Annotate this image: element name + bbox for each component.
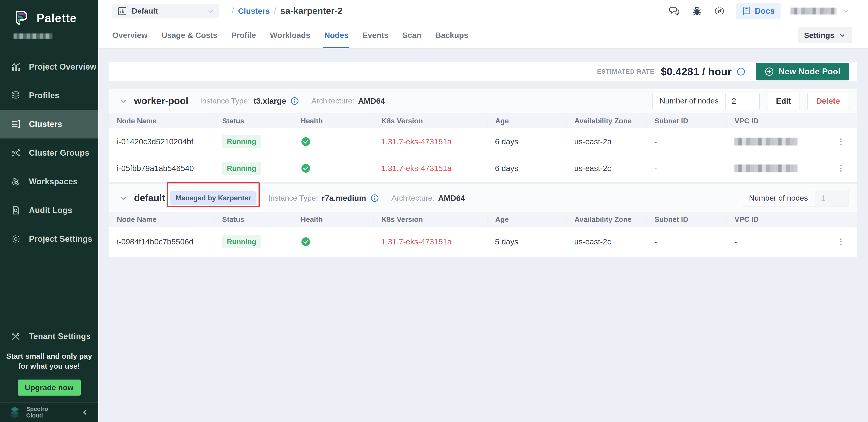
sidebar-item-profiles[interactable]: Profiles [0, 81, 98, 110]
sidebar-item-workspaces[interactable]: Workspaces [0, 167, 98, 196]
node-pool-default: default Managed by Karpenter Instance Ty… [109, 184, 857, 257]
promo-line-1: Start small and only pay [0, 351, 98, 361]
user-menu-chevron-icon[interactable] [842, 7, 850, 15]
health-ok-icon [301, 163, 311, 173]
user-name-redacted[interactable] [790, 8, 837, 14]
instance-info-icon[interactable] [290, 96, 299, 105]
instance-type-label: Instance Type: [268, 194, 318, 202]
architecture-value: AMD64 [358, 96, 385, 105]
age-cell: 6 days [487, 164, 566, 173]
tab-nodes[interactable]: Nodes [324, 22, 348, 48]
instance-type-value: t3.xlarge [253, 96, 286, 105]
workspaces-icon [11, 177, 21, 187]
number-of-nodes-input[interactable]: 2 [725, 93, 759, 109]
k8s-version-cell: 1.31.7-eks-473151a [374, 137, 487, 146]
tenant-name-redacted [13, 33, 53, 39]
tab-backups[interactable]: Backups [435, 22, 468, 48]
row-menu-kebab-icon[interactable] [836, 237, 845, 246]
report-bug-icon[interactable] [691, 6, 702, 17]
brand-name: Palette [37, 11, 77, 25]
breadcrumb-clusters-link[interactable]: Clusters [238, 6, 270, 15]
sidebar-item-tenant-settings[interactable]: Tenant Settings [0, 322, 98, 351]
table-row: i-0984f14b0c7b5506d Running 1.31.7-eks-4… [109, 227, 857, 257]
settings-button[interactable]: Settings [798, 27, 852, 43]
nodes-content: ESTIMATED RATE $0.4281 / hour New Node P… [98, 49, 868, 422]
status-badge: Running [222, 135, 261, 148]
sidebar-item-label: Workspaces [29, 177, 78, 186]
sidebar-nav: Project Overview Profiles C [0, 53, 98, 253]
delete-pool-button[interactable]: Delete [807, 93, 849, 109]
brand: Palette [0, 0, 98, 27]
edit-pool-button[interactable]: Edit [767, 93, 800, 109]
health-ok-icon [301, 236, 311, 247]
status-badge: Running [222, 235, 261, 248]
collapse-chevron-icon[interactable] [119, 97, 128, 105]
new-node-pool-button[interactable]: New Node Pool [756, 63, 849, 80]
help-compass-icon[interactable] [714, 6, 725, 17]
docs-button[interactable]: Docs [736, 3, 780, 19]
tab-workloads[interactable]: Workloads [270, 22, 310, 48]
estimated-rate-label: ESTIMATED RATE [597, 68, 654, 75]
palette-logo-icon [13, 9, 31, 27]
tab-scan[interactable]: Scan [402, 22, 422, 48]
main-area: Default / Clusters / sa-karpenter-2 [98, 0, 868, 422]
sidebar-item-label: Tenant Settings [29, 332, 91, 341]
instance-type-label: Instance Type: [200, 96, 250, 105]
node-pool-worker-pool: worker-pool Instance Type: t3.xlarge Arc… [109, 89, 857, 182]
tab-usage-costs[interactable]: Usage & Costs [162, 22, 217, 48]
sidebar-item-project-overview[interactable]: Project Overview [0, 53, 98, 81]
k8s-version-cell: 1.31.7-eks-473151a [374, 237, 487, 246]
sidebar-collapse-chevron-icon[interactable] [81, 408, 89, 416]
architecture-label: Architecture: [311, 96, 354, 105]
tools-icon [11, 331, 21, 342]
pool-name: default [134, 193, 165, 203]
instance-info-icon[interactable] [370, 194, 379, 203]
status-badge: Running [222, 162, 261, 175]
sidebar-item-project-settings[interactable]: Project Settings [0, 225, 98, 253]
tab-events[interactable]: Events [363, 22, 389, 48]
project-selector-dropdown[interactable]: Default [112, 4, 219, 18]
sidebar-item-clusters[interactable]: Clusters [0, 110, 98, 138]
project-selector-value: Default [132, 6, 158, 15]
collapse-chevron-icon[interactable] [119, 194, 128, 202]
docs-label: Docs [755, 6, 775, 16]
number-of-nodes-input-disabled: 1 [815, 190, 848, 206]
feedback-chat-icon[interactable] [669, 6, 680, 17]
estimated-rate-value: $0.4281 / hour [661, 66, 732, 78]
tab-overview[interactable]: Overview [112, 22, 148, 48]
age-cell: 5 days [487, 237, 566, 246]
default-pool-header: default Managed by Karpenter Instance Ty… [109, 184, 857, 212]
table-row: i-05fbb79a1ab546540 Running 1.31.7-eks-4… [109, 155, 857, 182]
sidebar-item-cluster-groups[interactable]: Cluster Groups [0, 138, 98, 167]
sidebar-item-label: Audit Logs [29, 205, 72, 215]
sidebar-item-label: Clusters [29, 120, 62, 129]
sidebar-footer: Spectro Cloud [0, 402, 98, 422]
rate-info-icon[interactable] [736, 67, 746, 76]
architecture-value: AMD64 [438, 194, 465, 203]
worker-pool-header: worker-pool Instance Type: t3.xlarge Arc… [109, 89, 857, 113]
nodes-table-header: Node Name Status Health K8s Version Age … [109, 113, 857, 128]
k8s-version-cell: 1.31.7-eks-473151a [374, 164, 487, 173]
book-icon [742, 6, 751, 16]
spectro-cloud-logo-icon [8, 406, 21, 419]
architecture-label: Architecture: [392, 194, 435, 202]
nodes-table-header: Node Name Status Health K8s Version Age … [109, 212, 857, 227]
table-row: i-01420c3d5210204bf Running 1.31.7-eks-4… [109, 128, 857, 155]
az-cell: us-east-2a [566, 137, 647, 146]
upgrade-promo: Start small and only pay for what you us… [0, 351, 98, 396]
number-of-nodes-label: Number of nodes [742, 190, 815, 206]
age-cell: 6 days [487, 137, 566, 146]
sidebar-item-label: Cluster Groups [29, 148, 90, 158]
tab-profile[interactable]: Profile [231, 22, 256, 48]
number-of-nodes-widget: Number of nodes 2 [652, 93, 760, 109]
vpc-id-redacted [734, 164, 798, 172]
az-cell: us-east-2c [566, 237, 647, 246]
row-menu-kebab-icon[interactable] [836, 137, 845, 146]
row-menu-kebab-icon[interactable] [836, 164, 845, 173]
health-ok-icon [301, 136, 311, 147]
gear-icon [11, 234, 21, 244]
node-name-cell: i-05fbb79a1ab546540 [109, 164, 214, 173]
spectro-cloud-wordmark: Spectro Cloud [26, 406, 48, 419]
upgrade-now-button[interactable]: Upgrade now [18, 380, 81, 396]
sidebar-item-audit-logs[interactable]: Audit Logs [0, 196, 98, 225]
